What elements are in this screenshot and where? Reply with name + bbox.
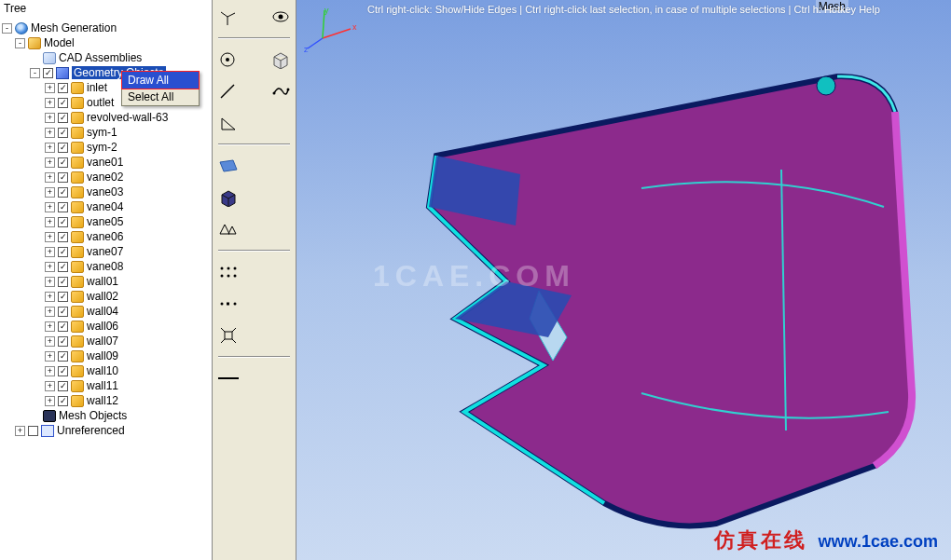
checkbox[interactable] [58, 98, 68, 108]
checkbox[interactable] [58, 128, 68, 138]
checkbox[interactable] [58, 336, 68, 347]
dash-tool[interactable] [218, 368, 239, 389]
checkbox[interactable] [58, 187, 68, 198]
box-tool[interactable] [271, 49, 291, 70]
checkbox[interactable] [43, 68, 53, 78]
part-icon [71, 350, 84, 362]
menu-item-select-all[interactable]: Select All [122, 89, 199, 105]
plus-icon[interactable]: + [45, 98, 55, 108]
checkbox[interactable] [58, 307, 68, 317]
tree-row-part[interactable]: +vane02 [2, 170, 210, 184]
plus-icon[interactable]: + [45, 83, 55, 93]
plane-tool[interactable] [218, 156, 239, 176]
plus-icon[interactable]: + [45, 262, 55, 272]
tree-row-part[interactable]: +vane04 [2, 199, 210, 214]
tree-row-part[interactable]: +vane08 [2, 259, 210, 274]
checkbox[interactable] [58, 217, 68, 227]
plus-icon[interactable]: + [45, 202, 55, 212]
checkbox[interactable] [28, 426, 38, 436]
plus-icon[interactable]: + [45, 232, 55, 242]
checkbox[interactable] [58, 321, 68, 332]
minus-icon[interactable]: - [30, 68, 40, 78]
checkbox[interactable] [58, 381, 68, 391]
tree-row-part[interactable]: +wall06 [2, 319, 210, 334]
cube-tool[interactable] [218, 187, 239, 208]
svg-line-0 [227, 13, 235, 17]
tree-row-root[interactable]: - Mesh Generation [2, 20, 210, 35]
menu-item-draw-all[interactable]: Draw All [121, 71, 200, 89]
triangle-tool[interactable] [218, 113, 239, 133]
minus-icon[interactable]: - [15, 38, 25, 48]
plus-icon[interactable]: + [45, 307, 55, 317]
tree-row-part[interactable]: +wall09 [2, 348, 210, 363]
plus-icon[interactable]: + [45, 381, 55, 391]
plus-icon[interactable]: + [45, 143, 55, 153]
tree-row-part[interactable]: +wall12 [2, 393, 210, 408]
plus-icon[interactable]: + [45, 277, 55, 287]
plus-icon[interactable]: + [45, 336, 55, 347]
plus-icon[interactable]: + [45, 128, 55, 138]
tree-row-part[interactable]: +vane05 [2, 214, 210, 229]
tree-label: vane03 [87, 185, 123, 198]
tree-row-part[interactable]: +wall04 [2, 304, 210, 319]
tree-row-part[interactable]: +sym-2 [2, 140, 210, 155]
plus-icon[interactable]: + [45, 187, 55, 198]
tree-row-part[interactable]: +vane03 [2, 184, 210, 199]
eye-tool[interactable] [271, 7, 291, 27]
checkbox[interactable] [58, 113, 68, 123]
tree-row-part[interactable]: +wall07 [2, 334, 210, 348]
checkbox[interactable] [58, 277, 68, 287]
tree-row-part[interactable]: +wall02 [2, 289, 210, 304]
tree-row-cad[interactable]: CAD Assemblies [2, 50, 210, 65]
plus-icon[interactable]: + [45, 157, 55, 168]
node-grid-tool[interactable] [218, 262, 239, 282]
checkbox[interactable] [58, 366, 68, 376]
tree-row-part[interactable]: +vane01 [2, 155, 210, 170]
plus-icon[interactable]: + [45, 351, 55, 362]
axes-tool[interactable] [218, 7, 238, 27]
line-tool[interactable] [218, 81, 238, 102]
checkbox[interactable] [58, 396, 68, 406]
tree-row-part[interactable]: +revolved-wall-63 [2, 110, 210, 125]
checkbox[interactable] [58, 232, 68, 242]
plus-icon[interactable]: + [45, 321, 55, 332]
tree-row-model[interactable]: - Model [2, 35, 210, 50]
tree-row-part[interactable]: +sym-1 [2, 125, 210, 140]
viewport-3d[interactable]: Mesh Ctrl right-click: Show/Hide Edges |… [296, 0, 951, 560]
plus-icon[interactable]: + [45, 292, 55, 302]
checkbox[interactable] [58, 247, 68, 257]
checkbox[interactable] [58, 143, 68, 153]
tree-row-unreferenced[interactable]: + Unreferenced [2, 423, 210, 438]
part-icon [71, 157, 84, 169]
tree-row-part[interactable]: +wall01 [2, 274, 210, 289]
plus-icon[interactable]: + [45, 366, 55, 376]
expand-tool[interactable] [218, 325, 239, 346]
part-icon [71, 127, 84, 139]
spline-tool[interactable] [271, 81, 291, 102]
plus-icon[interactable]: + [45, 172, 55, 183]
part-icon [71, 261, 84, 273]
plus-icon[interactable]: + [45, 247, 55, 257]
globe-icon [15, 22, 28, 34]
checkbox[interactable] [58, 262, 68, 272]
checkbox[interactable] [58, 351, 68, 362]
checkbox[interactable] [58, 202, 68, 212]
plus-icon[interactable]: + [45, 217, 55, 227]
tree-row-part[interactable]: +vane07 [2, 244, 210, 259]
checkbox[interactable] [58, 83, 68, 93]
plus-icon[interactable]: + [45, 113, 55, 123]
tree-row-part[interactable]: +wall11 [2, 378, 210, 393]
watermark-bottom: 仿真在线 www.1cae.com [714, 526, 938, 554]
tree-row-part[interactable]: +vane06 [2, 229, 210, 244]
sizing-tool[interactable] [218, 219, 239, 239]
plus-icon[interactable]: + [45, 396, 55, 406]
minus-icon[interactable]: - [2, 23, 12, 34]
point-tool[interactable] [218, 49, 238, 70]
plus-icon[interactable]: + [15, 426, 25, 436]
checkbox[interactable] [58, 172, 68, 183]
tree-row-part[interactable]: +wall10 [2, 363, 210, 378]
node-line-tool[interactable] [218, 294, 239, 314]
checkbox[interactable] [58, 157, 68, 168]
checkbox[interactable] [58, 292, 68, 302]
tree-row-mesh-objects[interactable]: Mesh Objects [2, 408, 210, 423]
